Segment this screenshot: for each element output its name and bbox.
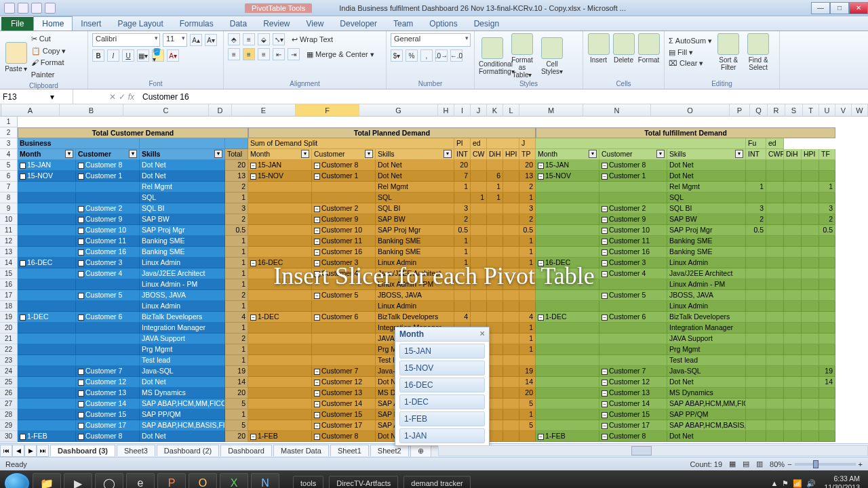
insert-cells-button[interactable]: Insert	[587, 33, 610, 64]
row-header[interactable]: 9	[0, 203, 18, 214]
row-header[interactable]: 11	[0, 225, 18, 236]
taskbar-task[interactable]: demand tracker	[403, 476, 470, 488]
slicer-item[interactable]: 15-NOV	[399, 361, 485, 375]
row-header[interactable]: 25	[0, 377, 18, 388]
fill-color-button[interactable]: 🪣▾	[152, 49, 164, 62]
sheet-tab[interactable]: Dashboard (2)	[157, 445, 219, 456]
format-cells-button[interactable]: Format	[637, 33, 660, 64]
row-header[interactable]: 6	[0, 171, 18, 182]
redo-icon[interactable]	[45, 3, 56, 14]
row-header[interactable]: 5	[0, 160, 18, 171]
row-header[interactable]: 3	[0, 138, 18, 149]
align-top-icon[interactable]: ⬘	[228, 33, 240, 45]
col-header-I[interactable]: I	[454, 104, 471, 116]
filter-skills-1[interactable]: Skills▾	[140, 149, 225, 160]
align-bottom-icon[interactable]: ⬙	[258, 33, 270, 45]
tray-sound-icon[interactable]: 🔊	[806, 479, 816, 488]
italic-button[interactable]: I	[107, 49, 119, 62]
formula-input[interactable]: Customer 16	[138, 89, 868, 104]
slicer-item[interactable]: 1-DEC	[399, 394, 485, 409]
percent-icon[interactable]: %	[406, 49, 418, 62]
row-header[interactable]: 10	[0, 214, 18, 225]
col-header-C[interactable]: C	[123, 104, 209, 116]
align-left-icon[interactable]: ≡	[228, 48, 240, 60]
name-box[interactable]: ▾	[0, 89, 73, 104]
col-header-P[interactable]: P	[730, 104, 750, 116]
dec-decimal-icon[interactable]: ←.0	[450, 49, 462, 62]
sheet-tab[interactable]: Master Data	[273, 445, 329, 456]
taskbar-outlook-icon[interactable]: O	[189, 473, 217, 488]
close-button[interactable]: ✕	[849, 2, 868, 14]
filter-month-1[interactable]: Month▾	[18, 149, 76, 160]
taskbar-browser-icon[interactable]: ◯	[95, 473, 123, 488]
view-normal-icon[interactable]: ▦	[729, 460, 736, 468]
shrink-font-icon[interactable]: A▾	[205, 34, 217, 46]
row-header[interactable]: 4	[0, 149, 18, 160]
row-header[interactable]: 23	[0, 355, 18, 366]
row-header[interactable]: 18	[0, 301, 18, 312]
cell-styles-button[interactable]: Cell Styles▾	[538, 37, 566, 75]
tab-nav-first[interactable]: ⏮	[0, 445, 12, 457]
view-break-icon[interactable]: ▥	[756, 460, 763, 468]
font-color-button[interactable]: A▾	[167, 49, 179, 62]
slicer-item[interactable]: 16-DEC	[399, 378, 485, 392]
fx-icon[interactable]: fx	[128, 92, 134, 102]
sheet-tab[interactable]: Sheet1	[330, 445, 369, 456]
save-icon[interactable]	[18, 3, 28, 14]
row-header[interactable]: 8	[0, 192, 18, 203]
bold-button[interactable]: B	[92, 49, 104, 62]
col-header-G[interactable]: G	[359, 104, 438, 116]
col-header-J[interactable]: J	[471, 104, 487, 116]
col-header-E[interactable]: E	[232, 104, 296, 116]
slicer-month[interactable]: Month⨯ 15-JAN15-NOV16-DEC1-DEC1-FEB1-JAN	[395, 327, 490, 446]
font-name-combo[interactable]: Calibri	[92, 33, 160, 47]
comma-icon[interactable]: ,	[420, 49, 433, 62]
tab-formulas[interactable]: Formulas	[172, 17, 222, 30]
tab-view[interactable]: View	[298, 17, 332, 30]
format-as-table-button[interactable]: Format as Table▾	[509, 33, 536, 79]
col-header-H[interactable]: H	[438, 104, 454, 116]
col-header-B[interactable]: B	[60, 104, 123, 116]
taskbar-explorer-icon[interactable]: 📁	[33, 473, 61, 488]
tab-review[interactable]: Review	[255, 17, 298, 30]
col-header-U[interactable]: U	[819, 104, 835, 116]
sheet-tab[interactable]: Sheet3	[117, 445, 155, 456]
taskbar-clock[interactable]: 6:33 AM11/30/2013	[820, 474, 864, 488]
tab-team[interactable]: Team	[385, 17, 421, 30]
maximize-button[interactable]: □	[830, 2, 849, 14]
merge-center-button[interactable]: ▦ Merge & Center ▾	[307, 50, 374, 59]
font-size-combo[interactable]: 11	[163, 33, 187, 47]
taskbar-task[interactable]: tools	[293, 476, 323, 488]
slicer-item[interactable]: 1-JAN	[399, 428, 485, 443]
row-header[interactable]: 15	[0, 268, 18, 279]
filter-skills-3[interactable]: Skills▾	[667, 149, 746, 160]
row-header[interactable]: 1	[0, 117, 18, 127]
col-header-R[interactable]: R	[768, 104, 785, 116]
wrap-text-button[interactable]: ↩ Wrap Text	[292, 35, 333, 44]
filter-customer-1[interactable]: Customer▾	[76, 149, 140, 160]
copy-button[interactable]: 📋 Copy ▾	[31, 45, 83, 58]
slicer-item[interactable]: 15-JAN	[399, 344, 485, 359]
row-header[interactable]: 2	[0, 127, 18, 138]
tab-file[interactable]: File	[1, 17, 33, 30]
col-header-O[interactable]: O	[651, 104, 730, 116]
row-header[interactable]: 12	[0, 236, 18, 247]
tab-page-layout[interactable]: Page Layout	[109, 17, 171, 30]
sheet-tab[interactable]: Sheet2	[370, 445, 409, 456]
tray-flag-icon[interactable]: ⚑	[782, 479, 789, 488]
col-header-Q[interactable]: Q	[750, 104, 768, 116]
find-select-button[interactable]: Find & Select	[745, 33, 772, 71]
col-header-W[interactable]: W	[852, 104, 868, 116]
taskbar-task[interactable]: DirecTV-Artfacts	[329, 476, 398, 488]
clear-button[interactable]: ⌧ Clear ▾	[669, 58, 712, 69]
sort-filter-button[interactable]: Sort & Filter	[715, 33, 742, 71]
row-header[interactable]: 26	[0, 388, 18, 399]
cancel-icon[interactable]: ✕	[109, 92, 116, 102]
filter-customer-3[interactable]: Customer▾	[599, 149, 667, 160]
tab-nav-last[interactable]: ⏭	[37, 445, 49, 457]
taskbar-ppt-icon[interactable]: P	[157, 473, 186, 488]
undo-icon[interactable]	[31, 3, 42, 14]
tray-network-icon[interactable]: 📶	[793, 479, 802, 488]
col-header-V[interactable]: V	[835, 104, 852, 116]
col-header-M[interactable]: M	[519, 104, 583, 116]
